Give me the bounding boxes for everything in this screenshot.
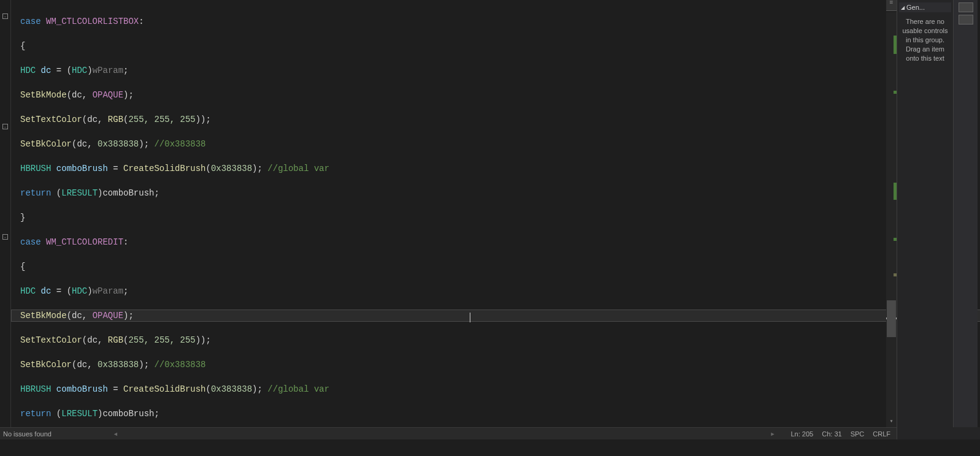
code-line[interactable]: case WM_CTLCOLOREDIT: xyxy=(20,236,980,248)
column-indicator[interactable]: Ch: 31 xyxy=(822,430,841,438)
whitespace-mode[interactable]: SPC xyxy=(851,430,865,438)
code-line[interactable]: HBRUSH comboBrush = CreateSolidBrush(0x3… xyxy=(20,383,980,395)
code-line[interactable]: HBRUSH comboBrush = CreateSolidBrush(0x3… xyxy=(20,162,980,175)
code-line[interactable]: SetBkColor(dc, 0x383838); //0x383838 xyxy=(20,138,980,150)
status-left: No issues found ◄ xyxy=(0,430,709,438)
fold-marker-icon[interactable]: - xyxy=(2,124,8,129)
code-line[interactable]: SetTextColor(dc, RGB(255, 255, 255)); xyxy=(20,334,980,346)
code-line-current[interactable]: SetBkMode(dc, OPAQUE); xyxy=(11,310,980,322)
toolbox-empty-message: There are no usable controls in this gro… xyxy=(899,12,951,68)
split-handle-icon[interactable]: ≡ xyxy=(886,0,897,11)
code-line[interactable]: HDC dc = (HDC)wParam; xyxy=(20,64,980,77)
issues-status[interactable]: No issues found xyxy=(3,430,52,438)
fold-marker-icon[interactable]: - xyxy=(2,13,8,19)
code-line[interactable]: return (LRESULT)comboBrush; xyxy=(20,408,980,420)
code-line[interactable]: SetBkMode(dc, OPAQUE); xyxy=(20,89,980,101)
code-line[interactable]: SetTextColor(dc, RGB(255, 255, 255)); xyxy=(20,113,980,126)
fold-marker-icon[interactable]: - xyxy=(2,234,8,240)
bottom-strip xyxy=(0,439,980,456)
editor-container: - - - case WM_CTLCOLORLISTBOX: { HDC dc … xyxy=(0,0,980,427)
code-line[interactable]: } xyxy=(20,211,980,224)
code-line[interactable]: HDC dc = (HDC)wParam; xyxy=(20,285,980,297)
code-line[interactable]: { xyxy=(20,40,980,52)
code-line[interactable]: SetBkColor(dc, 0x383838); //0x383838 xyxy=(20,359,980,371)
code-line[interactable]: { xyxy=(20,260,980,273)
collapse-icon: ◢ xyxy=(901,5,905,10)
scrollbar-thumb[interactable] xyxy=(887,300,896,337)
code-line[interactable]: case WM_CTLCOLORLISTBOX: xyxy=(20,15,980,28)
status-right: Ln: 205 Ch: 31 SPC CRLF xyxy=(791,430,897,438)
toolbox-header-label: Gen... xyxy=(906,4,925,11)
nav-prev-icon[interactable]: ◄ xyxy=(113,431,118,437)
code-line[interactable]: return (LRESULT)comboBrush; xyxy=(20,187,980,199)
overview-ruler[interactable] xyxy=(886,11,897,427)
panel-icon[interactable] xyxy=(959,2,973,12)
line-ending-mode[interactable]: CRLF xyxy=(873,430,890,438)
text-cursor xyxy=(470,313,470,322)
side-icon-bar xyxy=(953,0,978,427)
code-gutter[interactable]: - - - xyxy=(0,0,11,427)
scroll-down-icon[interactable]: ▾ xyxy=(886,416,897,427)
nav-next-icon[interactable]: ► xyxy=(770,431,776,437)
panel-icon[interactable] xyxy=(959,15,973,25)
toolbox-panel: ◢ Gen... There are no usable controls in… xyxy=(897,0,953,427)
code-editor[interactable]: case WM_CTLCOLORLISTBOX: { HDC dc = (HDC… xyxy=(11,0,980,427)
toolbox-header[interactable]: ◢ Gen... xyxy=(899,2,951,12)
status-bar: No issues found ◄ ► Ln: 205 Ch: 31 SPC C… xyxy=(0,427,897,439)
line-indicator[interactable]: Ln: 205 xyxy=(791,430,813,438)
side-panel: ◢ Gen... There are no usable controls in… xyxy=(897,0,980,427)
